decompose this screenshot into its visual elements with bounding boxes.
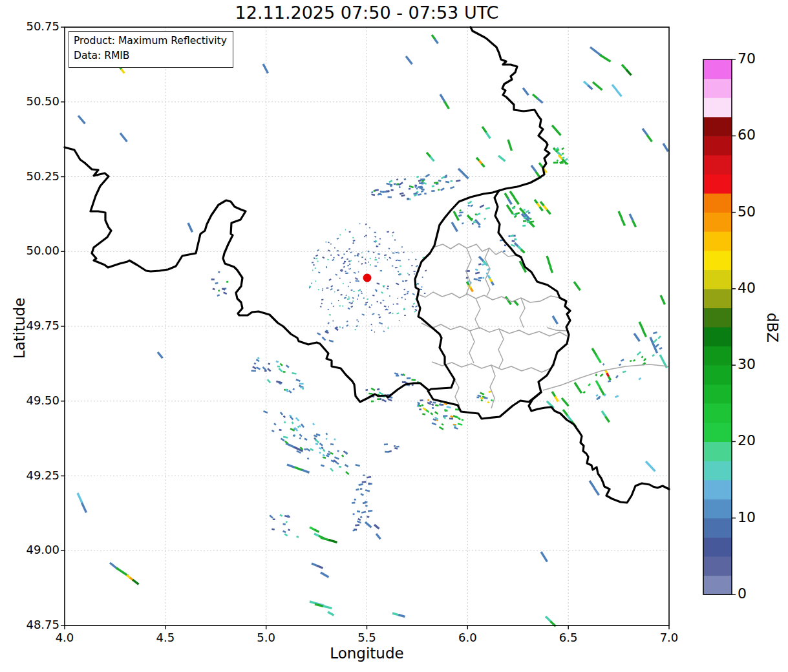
radar-echo-dash bbox=[430, 401, 432, 402]
clutter-dot bbox=[389, 248, 390, 249]
radar-echo-dash bbox=[224, 293, 227, 294]
clutter-dot bbox=[405, 299, 405, 300]
radar-echo-dash bbox=[366, 390, 368, 390]
colorbar-band bbox=[703, 537, 732, 556]
radar-echo-dash bbox=[489, 392, 492, 392]
colorbar-band bbox=[703, 423, 732, 442]
clutter-dot bbox=[323, 257, 325, 258]
radar-echo-dash bbox=[425, 174, 429, 177]
radar-echo-dash bbox=[342, 455, 344, 457]
radar-echo-dash bbox=[583, 392, 585, 393]
radar-echo-streak bbox=[592, 348, 597, 355]
clutter-dot bbox=[392, 313, 393, 314]
clutter-dot bbox=[413, 303, 415, 304]
radar-echo-dash bbox=[356, 465, 360, 466]
colorbar-tick-label: 30 bbox=[738, 356, 776, 372]
radar-echo-dash bbox=[353, 514, 355, 514]
radar-echo-dash bbox=[329, 341, 334, 342]
colorbar-band bbox=[703, 98, 732, 117]
clutter-dot bbox=[411, 266, 412, 266]
radar-echo-dash bbox=[346, 472, 349, 474]
district-border bbox=[433, 244, 516, 257]
radar-echo-dash bbox=[278, 382, 282, 383]
radar-echo-dash bbox=[281, 412, 282, 415]
radar-echo-dash bbox=[511, 245, 515, 247]
radar-echo-dash bbox=[654, 339, 657, 342]
clutter-dot bbox=[350, 302, 352, 304]
radar-echo-dash bbox=[371, 388, 375, 390]
radar-echo-streak bbox=[584, 81, 588, 85]
radar-echo-streak bbox=[78, 493, 82, 503]
clutter-dot bbox=[377, 301, 378, 302]
clutter-dot bbox=[365, 304, 367, 306]
figure-title: 12.11.2025 07:50 - 07:53 UTC bbox=[65, 3, 669, 23]
colorbar-band bbox=[703, 575, 732, 594]
radar-echo-streak bbox=[302, 470, 310, 472]
radar-echo-dash bbox=[319, 452, 321, 454]
radar-echo-dash bbox=[462, 419, 463, 420]
radar-echo-dash bbox=[283, 531, 286, 532]
y-tick-label: 49.75 bbox=[16, 319, 59, 332]
radar-echo-dash bbox=[293, 436, 295, 436]
radar-echo-streak bbox=[540, 202, 544, 206]
radar-echo-dash bbox=[394, 373, 398, 375]
radar-echo-dash bbox=[355, 525, 359, 525]
radar-echo-dash bbox=[557, 149, 559, 150]
radar-echo-streak bbox=[541, 552, 548, 562]
radar-echo-dash bbox=[480, 398, 483, 399]
radar-echo-streak bbox=[600, 55, 606, 58]
x-tick-label: 4.5 bbox=[143, 631, 188, 644]
radar-echo-dash bbox=[440, 427, 443, 430]
y-tick-label: 50.00 bbox=[16, 244, 59, 257]
clutter-dot bbox=[365, 263, 366, 264]
radar-echo-streak bbox=[482, 127, 487, 132]
radar-echo-dash bbox=[615, 396, 619, 397]
product-annotation-box: Product: Maximum Reflectivity Data: RMIB bbox=[69, 31, 233, 68]
radar-echo-dash bbox=[470, 218, 473, 219]
radar-echo-dash bbox=[409, 186, 414, 187]
radar-echo-dash bbox=[394, 448, 398, 448]
radar-echo-streak bbox=[622, 218, 625, 226]
radar-echo-dash bbox=[304, 449, 306, 450]
colorbar-label: dBZ bbox=[764, 295, 781, 360]
radar-echo-dash bbox=[481, 400, 482, 401]
radar-echo-dash bbox=[608, 381, 610, 382]
clutter-dot bbox=[342, 306, 343, 306]
radar-echo-dash bbox=[330, 453, 334, 454]
clutter-dot bbox=[403, 308, 405, 309]
radar-echo-streak bbox=[133, 580, 139, 584]
radar-echo-streak bbox=[432, 35, 435, 39]
radar-echo-dash bbox=[641, 356, 643, 357]
radar-echo-dash bbox=[435, 405, 438, 406]
radar-echo-dash bbox=[438, 189, 440, 190]
radar-echo-streak bbox=[608, 377, 610, 381]
radar-echo-streak bbox=[544, 205, 548, 210]
radar-echo-dash bbox=[418, 403, 420, 404]
radar-echo-dash bbox=[380, 399, 382, 399]
radar-echo-dash bbox=[360, 517, 362, 518]
radar-echo-dash bbox=[218, 272, 220, 273]
clutter-dot bbox=[332, 259, 334, 260]
clutter-dot bbox=[349, 269, 350, 269]
radar-echo-dash bbox=[485, 207, 490, 209]
radar-echo-dash bbox=[513, 207, 515, 208]
radar-echo-streak bbox=[553, 316, 558, 324]
radar-echo-dash bbox=[365, 490, 370, 491]
radar-echo-streak bbox=[646, 461, 655, 471]
radar-echo-dash bbox=[619, 364, 621, 366]
radar-echo-dash bbox=[450, 187, 454, 188]
radar-echo-dash bbox=[528, 213, 530, 213]
radar-echo-dash bbox=[421, 189, 425, 190]
radar-echo-streak bbox=[110, 563, 118, 569]
radar-echo-streak bbox=[310, 527, 315, 530]
clutter-dot bbox=[337, 290, 339, 291]
district-border bbox=[520, 298, 525, 328]
country-border bbox=[529, 392, 669, 503]
radar-echo-streak bbox=[286, 443, 295, 447]
radar-echo-dash bbox=[358, 519, 361, 520]
radar-echo-dash bbox=[357, 521, 361, 523]
clutter-dot bbox=[374, 241, 376, 242]
radar-echo-dash bbox=[604, 394, 606, 396]
radar-echo-dash bbox=[299, 426, 301, 426]
radar-echo-dash bbox=[256, 359, 259, 361]
